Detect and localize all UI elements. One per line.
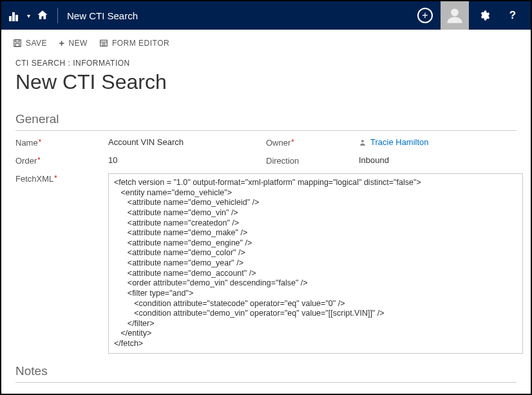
svg-point-8 [361, 140, 364, 142]
svg-rect-2 [15, 39, 19, 42]
name-label: Name* [15, 137, 108, 148]
order-field[interactable]: 10 [108, 155, 266, 165]
add-button[interactable]: + [412, 1, 438, 30]
svg-rect-3 [15, 43, 19, 46]
svg-point-0 [451, 9, 459, 17]
fetchxml-field[interactable]: <fetch version = "1.0" output-format="xm… [108, 173, 523, 354]
page-title: New CTI Search [67, 10, 138, 21]
top-nav-right: + ? [412, 1, 526, 30]
record-title: New CTI Search [15, 70, 517, 94]
person-icon [359, 139, 366, 146]
direction-label: Direction [266, 155, 359, 166]
breadcrumb: CTI SEARCH : INFORMATION [15, 59, 517, 68]
form-editor-button[interactable]: FORM EDITOR [99, 39, 169, 48]
top-nav-left: ▾ New CTI Search [9, 8, 412, 23]
owner-field[interactable]: Tracie Hamilton [359, 137, 517, 147]
app-logo-icon[interactable] [9, 10, 21, 21]
avatar[interactable] [441, 1, 469, 30]
home-icon[interactable] [37, 9, 48, 23]
section-general: General [15, 112, 517, 131]
name-field[interactable]: Account VIN Search [108, 137, 266, 147]
plus-icon: + [59, 37, 64, 48]
fetchxml-label: FetchXML* [15, 173, 108, 354]
chevron-down-icon[interactable]: ▾ [27, 12, 30, 19]
section-notes: Notes [15, 364, 517, 383]
save-button[interactable]: SAVE [13, 39, 47, 48]
top-nav: ▾ New CTI Search + ? [1, 1, 531, 30]
command-bar: SAVE + NEW FORM EDITOR [1, 30, 531, 55]
new-label: NEW [68, 39, 88, 48]
save-label: SAVE [26, 39, 47, 48]
content-area: CTI SEARCH : INFORMATION New CTI Search … [1, 55, 531, 383]
new-button[interactable]: + NEW [59, 37, 88, 48]
owner-label: Owner* [266, 137, 359, 148]
form-editor-label: FORM EDITOR [112, 39, 169, 48]
direction-field[interactable]: Inbound [359, 155, 517, 165]
settings-button[interactable] [471, 1, 497, 30]
nav-divider [57, 8, 58, 23]
help-button[interactable]: ? [500, 1, 526, 30]
owner-link[interactable]: Tracie Hamilton [370, 137, 429, 147]
order-label: Order* [15, 155, 108, 166]
